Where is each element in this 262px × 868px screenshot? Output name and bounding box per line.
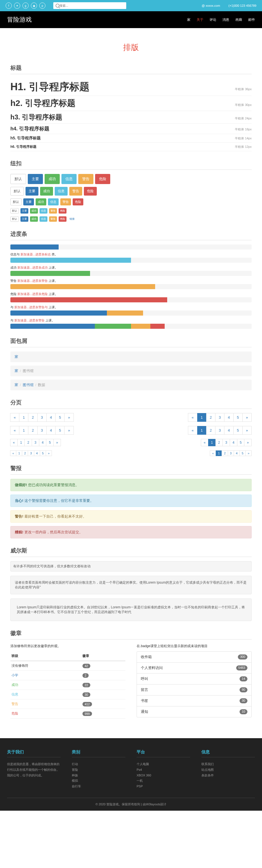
progress-link[interactable]: 新加速器...进度条危险 xyxy=(17,292,48,296)
btn-warning[interactable]: 警告 xyxy=(49,216,57,222)
progress-link[interactable]: 新加速器...进度条标志 xyxy=(21,253,51,256)
page-link[interactable]: 4 xyxy=(46,426,55,435)
footer-link[interactable]: 站点地图 xyxy=(201,767,255,773)
page-link[interactable]: 4 xyxy=(224,426,233,435)
page-link[interactable]: « xyxy=(201,439,209,446)
footer-link[interactable]: 一机 xyxy=(137,778,190,784)
page-link[interactable]: 4 xyxy=(34,451,40,456)
progress-link[interactable]: 新加速器...进度条警告 xyxy=(17,279,48,282)
page-link[interactable]: 3 xyxy=(222,439,230,446)
twitter-icon[interactable]: ✦ xyxy=(14,3,20,9)
btn-warning[interactable]: 警告 xyxy=(78,174,93,184)
page-link[interactable]: » xyxy=(53,439,61,446)
page-link[interactable]: 2 xyxy=(25,439,32,446)
page-link[interactable]: 2 xyxy=(216,439,223,446)
list-item[interactable]: 留言90 xyxy=(137,684,251,695)
btn-default[interactable]: 默认 xyxy=(10,174,26,184)
btn-danger[interactable]: 危险 xyxy=(73,198,83,206)
page-link[interactable]: « xyxy=(188,413,197,422)
page-link[interactable]: 5 xyxy=(237,439,245,446)
page-link[interactable]: 1 xyxy=(16,451,22,456)
page-link[interactable]: 3 xyxy=(215,413,224,422)
page-link[interactable]: » xyxy=(242,426,252,435)
page-link[interactable]: » xyxy=(64,426,74,435)
page-link[interactable]: 1 xyxy=(19,426,28,435)
list-item[interactable]: 通知10 xyxy=(137,706,251,717)
btn-default[interactable]: 默认 xyxy=(10,208,19,214)
page-link[interactable]: 4 xyxy=(234,451,240,456)
btn-warning[interactable]: 警告 xyxy=(60,198,71,206)
page-link[interactable]: » xyxy=(46,451,52,456)
page-link[interactable]: 3 xyxy=(37,413,46,422)
page-link[interactable]: 5 xyxy=(46,439,53,446)
behance-icon[interactable]: ◉ xyxy=(31,3,37,9)
btn-primary[interactable]: 主要 xyxy=(21,208,28,214)
page-link[interactable]: » xyxy=(242,413,252,422)
crumb-home[interactable]: 家 xyxy=(14,354,18,359)
nav-link[interactable]: 关于 xyxy=(197,18,203,22)
btn-success[interactable]: 成功 xyxy=(30,208,38,214)
page-link[interactable]: 2 xyxy=(222,451,228,456)
btn-danger[interactable]: 危险 xyxy=(59,208,67,214)
footer-link[interactable]: 自行车 xyxy=(72,784,125,789)
footer-link[interactable]: 个人电脑 xyxy=(137,762,190,767)
page-link[interactable]: 4 xyxy=(224,413,233,422)
page-link[interactable]: 5 xyxy=(233,413,242,422)
crumb-home[interactable]: 家 xyxy=(14,383,18,387)
page-link[interactable]: » xyxy=(244,439,252,446)
page-link[interactable]: 2 xyxy=(22,451,28,456)
page-link[interactable]: 4 xyxy=(46,413,55,422)
footer-link[interactable]: 模拟 xyxy=(72,778,125,784)
page-link[interactable]: 4 xyxy=(230,439,237,446)
progress-link[interactable]: 新加速器...进度条警告 xyxy=(14,319,45,322)
btn-danger[interactable]: 危险 xyxy=(95,174,110,184)
page-link[interactable]: « xyxy=(188,426,197,435)
page-link[interactable]: « xyxy=(210,451,216,456)
google-icon[interactable]: g xyxy=(23,3,29,9)
btn-primary[interactable]: 主要 xyxy=(21,216,28,222)
page-link[interactable]: 5 xyxy=(40,451,46,456)
btn-info[interactable]: 信息 xyxy=(62,174,77,184)
page-link[interactable]: 1 xyxy=(19,413,28,422)
btn-success[interactable]: 成功 xyxy=(45,174,60,184)
btn-info[interactable]: 信息 xyxy=(40,216,47,222)
page-link[interactable]: 5 xyxy=(233,426,242,435)
list-item[interactable]: 收件箱300 xyxy=(137,652,251,662)
btn-default[interactable]: 默认 xyxy=(10,187,24,195)
btn-link[interactable]: 链接 xyxy=(68,216,76,222)
btn-danger[interactable]: 危险 xyxy=(59,216,67,222)
crumb-home[interactable]: 家 xyxy=(14,369,18,373)
btn-primary[interactable]: 主要 xyxy=(28,174,43,184)
page-link[interactable]: « xyxy=(10,451,16,456)
facebook-icon[interactable]: f xyxy=(6,3,12,9)
page-link[interactable]: 2 xyxy=(28,413,37,422)
page-link[interactable]: 2 xyxy=(206,426,216,435)
progress-link[interactable]: 新加速器...进度条成功 xyxy=(17,266,48,269)
page-link[interactable]: « xyxy=(10,426,20,435)
page-link[interactable]: 3 xyxy=(28,451,34,456)
crumb-lib[interactable]: 图书馆 xyxy=(23,383,34,387)
page-link[interactable]: » xyxy=(246,451,252,456)
page-link[interactable]: 2 xyxy=(28,426,37,435)
page-link[interactable]: 1 xyxy=(197,413,207,422)
page-link[interactable]: 3 xyxy=(32,439,39,446)
btn-warning[interactable]: 警告 xyxy=(49,208,57,214)
btn-success[interactable]: 成功 xyxy=(36,198,46,206)
page-link[interactable]: 1 xyxy=(216,451,222,456)
btn-default[interactable]: 默认 xyxy=(10,216,19,222)
btn-info[interactable]: 信息 xyxy=(48,198,59,206)
progress-link[interactable]: 新加速器...进度条警告与 xyxy=(14,305,48,309)
footer-link[interactable]: XBOX 360 xyxy=(137,773,190,778)
page-link[interactable]: 3 xyxy=(37,426,46,435)
search-input[interactable] xyxy=(60,4,124,7)
footer-link[interactable]: PSP xyxy=(137,784,190,789)
footer-link[interactable]: 条款条件 xyxy=(201,773,255,778)
list-item[interactable]: 书签30 xyxy=(137,695,251,706)
btn-danger[interactable]: 危险 xyxy=(84,187,97,195)
page-link[interactable]: 1 xyxy=(208,439,216,446)
footer-link[interactable]: 联系我们 xyxy=(201,762,255,767)
brand[interactable]: 冒险游戏 xyxy=(7,16,32,24)
nav-link[interactable]: 家 xyxy=(187,18,190,22)
btn-primary[interactable]: 主要 xyxy=(26,187,38,195)
page-link[interactable]: 4 xyxy=(39,439,46,446)
